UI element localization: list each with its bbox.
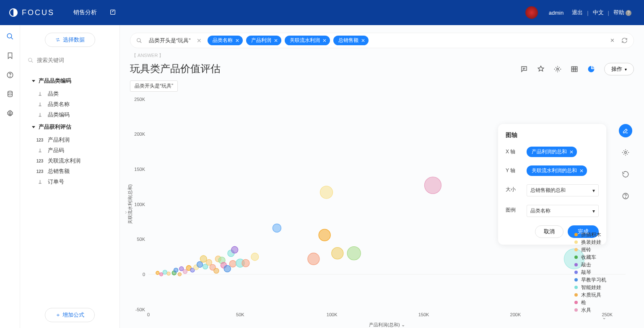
clear-text-icon[interactable]: ✕ [195, 37, 203, 44]
select-data-button[interactable]: 选择数据 [45, 33, 95, 47]
field-item[interactable]: 123总销售额 [28, 166, 112, 177]
legend-item[interactable]: 收藏车 [574, 253, 606, 261]
header-right: admin 退出 | 中文 | 帮助? [525, 6, 636, 19]
remove-chip-icon[interactable]: ✕ [361, 38, 365, 44]
info-icon[interactable] [619, 189, 632, 203]
clear-all-icon[interactable]: ✕ [610, 37, 615, 44]
legend-item[interactable]: 智能娃娃 [574, 284, 606, 291]
query-chip[interactable]: 产品利润✕ [246, 36, 281, 45]
pin-icon[interactable] [537, 65, 545, 73]
table-icon[interactable] [571, 65, 578, 73]
filter-tag[interactable]: 品类开头是“玩具” [130, 80, 178, 92]
answer-label: 【 ANSWER 】 [132, 52, 634, 59]
help-link[interactable]: 帮助? [609, 9, 636, 16]
gear-icon[interactable] [554, 65, 561, 73]
database-icon[interactable] [6, 90, 14, 98]
edit-icon[interactable] [109, 9, 116, 17]
field-item[interactable]: ⟘品类名称 [28, 99, 112, 110]
config-gear-icon[interactable] [619, 146, 632, 159]
field-item[interactable]: 123产品利润 [28, 135, 112, 145]
svg-point-48 [231, 246, 238, 253]
edit-chart-button[interactable] [619, 124, 632, 137]
svg-point-24 [156, 271, 159, 274]
svg-text:250K: 250K [134, 97, 145, 102]
nav-sales-analysis[interactable]: 销售分析 [73, 9, 97, 16]
username[interactable]: admin [545, 10, 568, 16]
legend-item[interactable]: 摇铃 [574, 246, 606, 253]
chart-icon[interactable] [587, 65, 595, 73]
settings-icon[interactable] [6, 110, 14, 117]
refresh-icon[interactable] [621, 37, 628, 44]
svg-point-64 [626, 197, 626, 198]
query-chip[interactable]: 关联流水利润✕ [285, 36, 330, 45]
svg-text:0: 0 [143, 272, 145, 277]
svg-point-50 [242, 259, 249, 267]
legend-item[interactable]: 早教学习机 [574, 276, 606, 284]
legend-item[interactable]: 敲琴 [574, 269, 606, 276]
add-formula-button[interactable]: ＋ 增加公式 [45, 308, 95, 322]
field-item[interactable]: ⟘产品码 [28, 145, 112, 156]
legend-item[interactable]: 枪 [574, 299, 606, 306]
svg-text:关联流水利润(总和): 关联流水利润(总和) [127, 184, 132, 224]
svg-point-57 [347, 247, 361, 260]
svg-point-37 [200, 256, 207, 262]
field-group-header[interactable]: 产品获利评估 [32, 124, 112, 131]
avatar[interactable] [525, 6, 538, 19]
search-icon[interactable] [6, 33, 14, 40]
remove-chip-icon[interactable]: ✕ [322, 38, 327, 44]
y-axis-pill[interactable]: 关联流水利润的总和✕ [527, 165, 587, 176]
main-area: 品类开头是“玩具” ✕ 品类名称✕产品利润✕关联流水利润✕总销售额✕ ✕ 【 A… [120, 25, 644, 328]
legend-item[interactable]: 拼插积木 [574, 231, 606, 238]
remove-chip-icon[interactable]: ✕ [274, 38, 278, 44]
reset-icon[interactable] [619, 168, 632, 181]
legend-item[interactable]: 水具 [574, 306, 606, 314]
lang-link[interactable]: 中文 [589, 9, 608, 16]
legend-item[interactable]: 木质玩具 [574, 291, 606, 299]
bookmark-icon[interactable] [6, 52, 14, 59]
svg-point-4 [8, 91, 12, 93]
remove-chip-icon[interactable]: ✕ [235, 38, 239, 44]
search-fields[interactable] [28, 57, 112, 63]
svg-point-56 [332, 248, 343, 259]
svg-point-7 [137, 38, 140, 41]
svg-text:150K: 150K [134, 167, 145, 172]
svg-point-54 [319, 229, 330, 241]
svg-point-29 [174, 268, 178, 272]
search-input[interactable] [37, 57, 112, 63]
svg-point-52 [273, 224, 281, 232]
svg-point-47 [229, 261, 236, 267]
svg-text:-50K: -50K [135, 307, 145, 312]
comment-icon[interactable] [520, 65, 528, 73]
svg-point-27 [167, 272, 170, 275]
query-chip[interactable]: 总销售额✕ [333, 36, 369, 45]
svg-text:200K: 200K [134, 132, 145, 137]
legend-item[interactable]: 敲击 [574, 261, 606, 269]
legend-item[interactable]: 换装娃娃 [574, 238, 606, 246]
legend-more-icon[interactable]: ⌄ [574, 315, 606, 320]
x-axis-label: X 轴 [506, 147, 518, 155]
app-header: FOCUS 销售分析 admin 退出 | 中文 | 帮助? [0, 0, 644, 25]
svg-text:150K: 150K [418, 312, 429, 317]
x-axis-pill[interactable]: 产品利润的总和✕ [527, 147, 577, 157]
field-item[interactable]: ⟘订单号 [28, 177, 112, 187]
svg-text:200K: 200K [510, 312, 521, 317]
operations-button[interactable]: 操作▾ [604, 63, 634, 75]
field-group-header[interactable]: 产品品类编码 [32, 77, 112, 85]
field-item[interactable]: ⟘品类 [28, 89, 112, 99]
page-title: 玩具类产品价值评估 [130, 62, 221, 75]
expand-handle-icon[interactable]: › [125, 209, 127, 215]
logout-link[interactable]: 退出 [568, 9, 587, 16]
legend: 拼插积木换装娃娃摇铃收藏车敲击敲琴早教学习机智能娃娃木质玩具枪水具⌄ [574, 231, 606, 320]
help-circle-icon[interactable] [6, 71, 14, 79]
query-bar[interactable]: 品类开头是“玩具” ✕ 品类名称✕产品利润✕关联流水利润✕总销售额✕ ✕ [130, 33, 634, 48]
size-select[interactable]: 总销售额的总和▾ [527, 184, 599, 196]
cancel-button[interactable]: 取消 [535, 225, 564, 238]
query-chip[interactable]: 品类名称✕ [208, 36, 243, 45]
legend-select[interactable]: 品类名称▾ [527, 205, 599, 217]
focus-icon [8, 8, 18, 18]
field-item[interactable]: ⟘品类编码 [28, 110, 112, 120]
svg-point-26 [163, 270, 167, 274]
field-item[interactable]: 123关联流水利润 [28, 156, 112, 166]
svg-point-51 [251, 253, 259, 261]
svg-point-5 [9, 113, 11, 115]
